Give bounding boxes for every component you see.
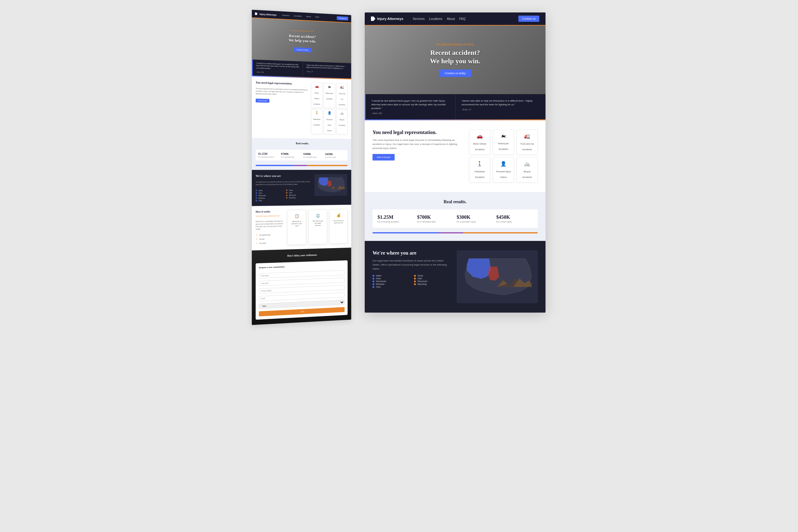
results-title: Real results. xyxy=(255,142,347,145)
main-results-grid: $1.25M for a trucking accident $700K for… xyxy=(373,209,538,228)
nav-locations[interactable]: Locations xyxy=(293,15,302,17)
result-amount-2: $300K xyxy=(303,152,324,155)
hero-cta-button[interactable]: Contact us today xyxy=(293,48,311,52)
main-hero-cta-button[interactable]: Contact us today xyxy=(439,70,471,77)
how-cards: 📋 Work with us and tell us your case ⚖️ … xyxy=(287,209,347,245)
main-map-visual xyxy=(457,250,538,303)
nav-about[interactable]: About xyxy=(306,16,311,18)
main-state-dot-wy xyxy=(414,283,416,285)
how-card-0: 📋 Work with us and tell us your case xyxy=(287,210,306,245)
how-card-icon-0: 📋 xyxy=(291,214,303,219)
main-nav-about[interactable]: About xyxy=(447,17,455,21)
main-map-section: We're where you are Our legal team has t… xyxy=(365,241,546,312)
main-service-label-1: Motorcycle Accidents xyxy=(498,142,509,150)
main-map-text: We're where you are Our legal team has t… xyxy=(373,250,451,288)
form-email[interactable] xyxy=(259,292,344,301)
main-result-0: $1.25M for a trucking accident xyxy=(378,214,414,223)
main-state-iowa: Iowa xyxy=(373,278,409,280)
main-results-section: Real results. $1.25M for a trucking acci… xyxy=(365,192,546,241)
nav-services[interactable]: Services xyxy=(282,14,289,17)
main-state-dot-iowa xyxy=(373,278,374,280)
main-service-card-2: 🚛 Truck and Car Accidents xyxy=(516,130,538,155)
how-list-item-1: No risk xyxy=(255,237,284,241)
state-dot-mn xyxy=(255,195,257,196)
main-result-amount-3: $450K xyxy=(496,214,533,220)
result-3: $450K for a knee injury xyxy=(325,153,345,158)
main-usa-map xyxy=(457,250,538,303)
main-services-grid: 🚗 Motor Vehicle Accidents 🏍 Motorcycle A… xyxy=(469,130,538,183)
main-state-dot-texas xyxy=(414,275,416,277)
testimonial-1-text: "I would be lost without these guys! I a… xyxy=(256,62,300,71)
how-list: No upfront fees No risk No stress xyxy=(255,233,284,245)
main-result-1: $700K for a herniated disk xyxy=(417,214,454,223)
main-testimonial-1-author: - Mark, MN xyxy=(371,112,450,114)
state-idaho: Idaho xyxy=(255,189,281,192)
service-icon-2: 🚛 xyxy=(338,86,346,89)
form-firstname[interactable] xyxy=(259,270,344,278)
how-section: How it works You don't pay unless we win… xyxy=(252,205,351,251)
legal-title: You need legal representation. xyxy=(255,81,308,86)
map-desc: Our legal team has tackled hundreds of c… xyxy=(255,180,311,186)
main-testimonial-1: "I would be lost without these guys! I a… xyxy=(365,94,455,119)
main-state-utah: Utah xyxy=(414,278,451,280)
service-icon-3: 🚶 xyxy=(313,111,321,114)
main-hero-title: Recent accident? We help you win. xyxy=(430,49,480,65)
service-card-4: 👤 Personal Injury Claims xyxy=(324,109,335,135)
how-card-text-0: Work with us and tell us your case xyxy=(291,220,303,227)
service-label-2: Truck and Car Accidents xyxy=(339,93,345,106)
main-nav-cta-button[interactable]: Contact us xyxy=(518,16,539,22)
main-testimonial-1-text: "I would be lost without these guys! I a… xyxy=(371,99,450,110)
result-2: $300K for a shoulder injury xyxy=(303,152,324,158)
nav-cta-button[interactable]: Contact us xyxy=(337,16,348,21)
main-state-dot-mn xyxy=(373,281,374,282)
service-card-1: 🏍 Motorcycle Accidents xyxy=(324,83,335,108)
main-service-card-4: 👤 Personal Injury Claims xyxy=(493,157,514,183)
result-label-2: for a shoulder injury xyxy=(303,156,324,158)
state-texas: Texas xyxy=(286,189,311,191)
map-text: We're where you are Our legal team has t… xyxy=(255,174,311,202)
main-state-texas: Texas xyxy=(414,274,451,277)
how-card-2: 💰 You only pay us when you win xyxy=(329,209,347,244)
main-legal-title: You need legal representation. xyxy=(373,130,463,135)
main-service-label-0: Motor Vehicle Accidents xyxy=(473,143,486,151)
main-legal-cta-button[interactable]: Get in touch xyxy=(373,154,395,160)
main-legal-desc: The most important time to seek legal re… xyxy=(373,138,463,150)
service-icon-5: 🚲 xyxy=(338,112,346,115)
service-card-3: 🚶 Pedestrian Accidents xyxy=(311,109,323,134)
how-text: How it works You don't pay unless we win… xyxy=(255,210,284,246)
how-card-text-1: We work to get you legal recourse xyxy=(312,220,324,227)
testimonial-1-author: - Mark, MN xyxy=(256,71,300,75)
main-service-card-0: 🚗 Motor Vehicle Accidents xyxy=(469,130,490,155)
legal-text: You need legal representation. The most … xyxy=(255,81,308,104)
preview-card: Injury Attorneys Services Locations Abou… xyxy=(252,10,351,325)
hero-content: You deserve peace of mind. Recent accide… xyxy=(282,20,322,62)
result-label-0: for a trucking accident xyxy=(258,156,279,158)
form-phone[interactable] xyxy=(259,285,344,294)
nav-faq[interactable]: FAQ xyxy=(315,16,319,18)
main-nav-services[interactable]: Services xyxy=(413,17,424,21)
main-service-icon-2: 🚛 xyxy=(519,133,535,139)
hero-section: You deserve peace of mind. Recent accide… xyxy=(252,18,351,63)
footer-cta: Don't delay your settlement. Request a f… xyxy=(252,248,351,325)
main-state-dot-wi xyxy=(414,281,416,282)
main-nav-locations[interactable]: Locations xyxy=(429,17,442,21)
testimonial-2-text: "James was able to help me find peace in… xyxy=(306,64,348,70)
legal-cta-button[interactable]: Get in touch xyxy=(255,99,269,103)
state-dot-wy xyxy=(286,197,287,198)
form-lastname[interactable] xyxy=(259,278,344,286)
results-bar xyxy=(255,165,347,166)
main-state-dot-utah xyxy=(414,278,416,280)
form-submit-button[interactable]: Send xyxy=(259,307,344,317)
how-card-1: ⚖️ We work to get you legal recourse xyxy=(309,209,327,245)
logo-icon xyxy=(255,13,258,15)
service-label-5: Bicycle Accidents xyxy=(339,119,345,126)
main-state-dot-idaho xyxy=(373,275,374,277)
main-view: Injury Attorneys Services Locations Abou… xyxy=(365,13,546,312)
main-service-icon-4: 👤 xyxy=(496,161,511,167)
main-nav-faq[interactable]: FAQ xyxy=(459,17,466,21)
main-result-label-3: for a knee injury xyxy=(496,221,533,223)
state-ohio: Ohio xyxy=(255,200,281,202)
main-service-card-3: 🚶 Pedestrian Accidents xyxy=(469,157,490,183)
state-dot-utah xyxy=(286,192,287,193)
testimonial-1: "I would be lost without these guys! I a… xyxy=(252,59,303,77)
